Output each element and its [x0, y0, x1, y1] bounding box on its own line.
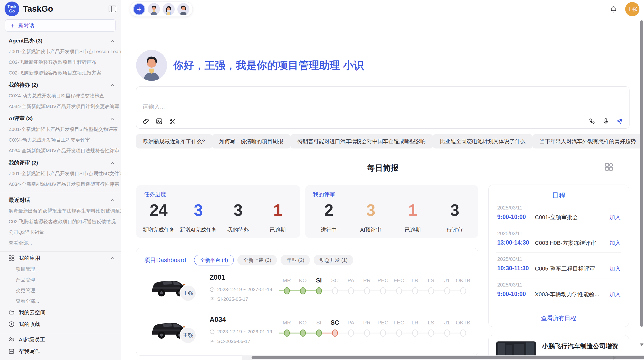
project-row[interactable]: 王强 Z001 2023-12-19 ~ 2027-01-19 SI-2025-…	[136, 270, 478, 310]
sidebar-item-view-all[interactable]: 查看全部...	[0, 238, 121, 248]
sidebar-item[interactable]: A034-全新新能源MUV产品开发项目计划变更表编写	[0, 101, 121, 112]
collapse-sidebar-icon[interactable]	[109, 6, 116, 12]
tab-all-new-platform[interactable]: 全新平台 (4)	[194, 255, 234, 265]
user-avatar[interactable]: 王强	[625, 2, 639, 16]
sidebar-item[interactable]: Z001-全新燃油轻卡产品开发项目SI造型提交物评审	[0, 124, 121, 135]
chevron-up-icon[interactable]	[110, 198, 115, 202]
project-row[interactable]: 王强 A034 2023-12-19 ~ 2026-01-19 SC-2025-…	[136, 312, 478, 352]
notification-bell-icon[interactable]	[610, 6, 617, 13]
join-link[interactable]: 加入	[609, 265, 621, 273]
milestone-dot	[460, 287, 466, 294]
suggestion-chip[interactable]: 特朗普可能对进口汽车增税会对中国车企造成哪些影响	[290, 134, 433, 148]
group-my-review[interactable]: 我的评审 (2)	[0, 156, 121, 168]
microphone-icon[interactable]	[602, 118, 609, 125]
attachment-icon[interactable]	[142, 118, 150, 125]
stat-item: 1 已逾期	[258, 201, 298, 234]
tab-model-year[interactable]: 年型 (2)	[281, 255, 310, 265]
horizontal-scrollbar[interactable]	[242, 355, 644, 360]
chat-input[interactable]	[142, 101, 623, 112]
sidebar-item-ai-super-staff[interactable]: AI超级员工	[0, 334, 121, 346]
join-link[interactable]: 加入	[609, 239, 621, 247]
my-reviews-card: 我的评审 2 进行中 3 AI预评审 1 已逾期 3 待评审	[305, 185, 478, 238]
vertical-scrollbar[interactable]	[640, 19, 643, 355]
join-link[interactable]: 加入	[609, 214, 621, 221]
sidebar-item-my-apps[interactable]: 我的应用	[0, 252, 121, 264]
divider	[0, 193, 121, 193]
stat-value: 3	[450, 201, 459, 220]
horizontal-scrollbar-thumb[interactable]	[252, 356, 644, 359]
group-ai-review[interactable]: AI评审 (3)	[0, 112, 121, 124]
sidebar-item[interactable]: C0X4-动力总成开发项目工程变更评审	[0, 135, 121, 145]
tab-powertrain[interactable]: 动总开发 (1)	[314, 255, 353, 265]
milestone-dot	[412, 287, 418, 294]
sidebar-item-favorites[interactable]: 我的收藏	[0, 318, 121, 330]
milestone-dot	[412, 329, 418, 337]
sidebar-item-cloud-space[interactable]: 我的云空间	[0, 307, 121, 318]
milestone-dot	[428, 287, 434, 294]
stat-item: 24 新增完成任务	[139, 201, 178, 234]
people-icon	[8, 336, 15, 343]
milestone-timeline: MR KO SI SC PA PR PEC FEC LR LS J1 OKTB	[279, 277, 471, 296]
phone-icon[interactable]	[589, 118, 596, 125]
suggestion-chip[interactable]: 如何写一份清晰的项目周报	[212, 134, 290, 148]
sidebar-item-view-all-apps[interactable]: 查看全部...	[0, 296, 121, 307]
sidebar-item[interactable]: C02-飞腾新能源轻客改款项目的闭环通告反馈情况	[0, 216, 121, 227]
stat-label: 我的待办	[227, 226, 249, 234]
vertical-scrollbar-thumb[interactable]	[640, 20, 643, 327]
project-next-milestone: SC-2025-05-17	[210, 339, 250, 344]
tab-new-body[interactable]: 全新上装 (3)	[237, 255, 277, 265]
chevron-up-icon[interactable]	[110, 256, 115, 260]
sidebar-item-app[interactable]: 变更管理	[0, 285, 121, 296]
scroll-right-arrow-icon[interactable]	[613, 356, 616, 359]
teammate-avatar[interactable]	[148, 3, 160, 15]
sidebar-item-app[interactable]: 产品管理	[0, 275, 121, 285]
scissors-icon[interactable]	[169, 118, 176, 125]
stat-value: 1	[273, 201, 282, 220]
milestone-step: PEC	[375, 319, 391, 339]
teammate-avatar[interactable]	[163, 3, 175, 15]
sidebar-item[interactable]: 公司Q3轻卡销量	[0, 227, 121, 238]
milestone-dot	[444, 287, 450, 294]
image-icon[interactable]	[156, 118, 163, 125]
sidebar-item[interactable]: 解释最新出台的欧盟报废车法规再生塑料比例被调至15%...	[0, 206, 121, 216]
view-all-schedule-link[interactable]: 查看所有日程	[489, 314, 629, 322]
sidebar-item[interactable]: A034-全新新能源MUV产品开发项目法规符合性评审	[0, 145, 121, 156]
milestone-step: LR	[407, 277, 423, 296]
chevron-up-icon[interactable]	[110, 160, 115, 165]
sidebar-item-app[interactable]: 项目管理	[0, 264, 121, 275]
sidebar-item[interactable]: C02-飞腾新能源轻客改款项目立项汇报方案	[0, 68, 121, 78]
taskgo-logo: Task Go	[5, 2, 19, 16]
suggestion-chip[interactable]: 当下年轻人对汽车外观有怎样的喜好趋势	[533, 134, 643, 148]
new-chat-button[interactable]: ＋ 新对话	[5, 19, 116, 32]
stat-value: 1	[408, 201, 417, 220]
suggestion-chips: 欧洲新规最近颁布了什么? 如何写一份清晰的项目周报 特朗普可能对进口汽车增税会对…	[136, 134, 630, 148]
sidebar-item[interactable]: A034-全新新能源MUV产品开发项目造型可行性评审	[0, 179, 121, 190]
stat-label: 进行中	[321, 226, 337, 234]
group-my-todo[interactable]: 我的待办 (2)	[0, 78, 121, 91]
suggestion-chip[interactable]: 欧洲新规最近颁布了什么?	[136, 134, 212, 148]
teammate-avatar[interactable]	[177, 3, 189, 15]
chevron-up-icon[interactable]	[110, 116, 115, 121]
join-link[interactable]: 加入	[609, 291, 621, 298]
stat-value: 3	[194, 201, 203, 220]
send-icon[interactable]	[616, 118, 623, 125]
sidebar-item-creative-draw[interactable]: 创意制图	[0, 357, 121, 360]
sidebar-item-help-write[interactable]: 帮我写作	[0, 346, 121, 357]
sidebar-item[interactable]: Z001-全新燃油皮卡产品开发项目SI节点Lesson Learn报告	[0, 46, 121, 57]
divider	[0, 251, 121, 252]
add-agent-button[interactable]: ＋	[133, 3, 145, 15]
event-time: 10:30-11:30	[497, 265, 529, 272]
scroll-down-arrow-icon[interactable]	[640, 343, 643, 346]
sidebar-item[interactable]: C0X4-动力总成开发项目SI里程碑提交物检查	[0, 91, 121, 101]
sidebar-item[interactable]: C02-飞腾新能源轻客改款项目里程碑画布	[0, 57, 121, 68]
layout-grid-icon[interactable]	[604, 162, 613, 171]
flag-icon	[210, 297, 215, 302]
chevron-up-icon[interactable]	[110, 38, 115, 43]
group-recent-chats[interactable]: 最近对话	[0, 193, 121, 206]
suggestion-chip[interactable]: 比亚迪全固态电池计划具体说了什么	[433, 134, 533, 148]
chevron-up-icon[interactable]	[110, 83, 115, 87]
group-agent-done[interactable]: Agent已办 (3)	[0, 34, 121, 46]
sidebar-item[interactable]: Z001-全新燃油轻卡产品开发项目SI节点属性5D文件评审	[0, 168, 121, 179]
milestone-step: PEC	[375, 277, 391, 296]
milestone-dot	[380, 329, 386, 337]
